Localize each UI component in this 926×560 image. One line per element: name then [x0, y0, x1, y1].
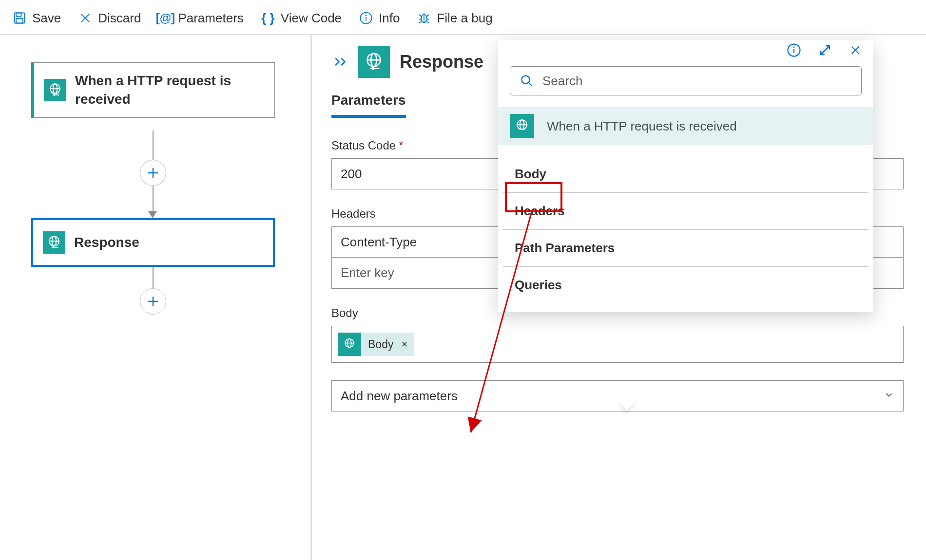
search-placeholder: Search [542, 74, 582, 89]
svg-point-35 [522, 76, 530, 84]
blade-title: Response [400, 52, 483, 72]
dynamic-token-body[interactable]: Body × [338, 333, 414, 356]
http-icon [338, 333, 361, 356]
chevron-down-icon [884, 389, 894, 404]
flyout-source-header: When a HTTP request is received [498, 107, 873, 145]
info-icon[interactable] [787, 43, 801, 57]
svg-line-36 [529, 83, 532, 86]
connector-line [153, 186, 154, 213]
save-button[interactable]: Save [9, 7, 70, 29]
http-icon [44, 79, 66, 101]
trigger-title: When a HTTP request is received [75, 72, 265, 109]
http-icon [43, 231, 65, 254]
http-icon [510, 114, 534, 138]
workflow-canvas[interactable]: When a HTTP request is received Response [0, 35, 312, 560]
body-input[interactable]: Body × [331, 326, 904, 363]
view-code-label: View Code [281, 11, 342, 26]
svg-point-7 [366, 15, 367, 16]
add-step-button[interactable] [140, 288, 166, 315]
connector-arrowhead [148, 211, 157, 218]
svg-rect-2 [16, 19, 23, 23]
add-step-button[interactable] [140, 160, 166, 186]
save-label: Save [32, 11, 61, 26]
close-icon[interactable] [849, 44, 862, 56]
view-code-button[interactable]: { } View Code [257, 7, 350, 29]
command-bar: Save Discard [@] Parameters { } View Cod… [0, 0, 926, 35]
file-bug-button[interactable]: File a bug [413, 7, 501, 29]
connector-line [153, 267, 154, 288]
response-title: Response [74, 233, 139, 252]
tab-parameters[interactable]: Parameters [331, 93, 406, 118]
close-icon [77, 10, 93, 26]
file-bug-label: File a bug [437, 11, 492, 26]
discard-label: Discard [98, 11, 141, 26]
flyout-caret [618, 401, 636, 411]
search-icon [520, 74, 534, 88]
save-icon [12, 10, 27, 26]
info-button[interactable]: Info [355, 7, 408, 29]
bug-icon [416, 10, 432, 26]
annotation-highlight-box [505, 182, 562, 212]
http-icon [358, 46, 390, 78]
svg-line-32 [821, 46, 830, 55]
trigger-node-http-request[interactable]: When a HTTP request is received [31, 62, 275, 118]
connector-line [153, 131, 154, 160]
expand-icon[interactable] [818, 43, 832, 57]
add-new-parameters-label: Add new parameters [341, 389, 458, 404]
add-new-parameters-dropdown[interactable]: Add new parameters [331, 380, 904, 411]
flyout-search-input[interactable]: Search [510, 66, 862, 95]
parameters-button[interactable]: [@] Parameters [154, 7, 252, 29]
info-label: Info [379, 11, 400, 26]
dynamic-content-flyout: Search When a HTTP request is received B… [498, 40, 873, 312]
collapse-blade-button[interactable] [331, 56, 348, 67]
info-icon [358, 10, 374, 26]
action-node-response[interactable]: Response [31, 218, 275, 267]
parameters-label: Parameters [178, 11, 243, 26]
flyout-item-path-parameters[interactable]: Path Parameters [503, 230, 868, 267]
braces-icon: { } [260, 10, 276, 26]
token-remove-icon[interactable]: × [400, 338, 414, 351]
flyout-item-queries[interactable]: Queries [503, 267, 868, 303]
parameters-icon: [@] [157, 10, 173, 26]
discard-button[interactable]: Discard [75, 7, 150, 29]
token-label: Body [361, 338, 400, 351]
flyout-source-label: When a HTTP request is received [547, 119, 737, 134]
svg-rect-1 [16, 13, 21, 17]
svg-point-31 [793, 46, 795, 48]
